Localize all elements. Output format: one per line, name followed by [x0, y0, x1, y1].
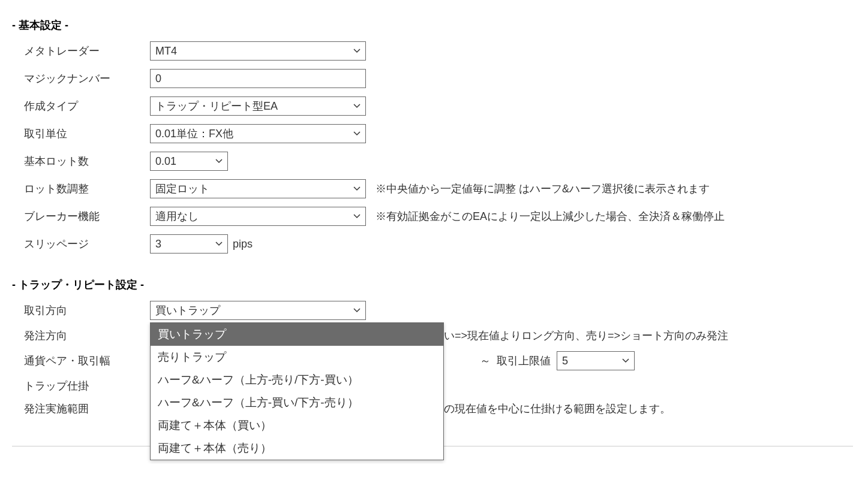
label-unit: 取引単位 [24, 126, 150, 141]
row-base-lot: 基本ロット数 0.01 [12, 152, 853, 171]
row-magic-number: マジックナンバー [12, 69, 853, 88]
magic-number-input[interactable] [150, 69, 366, 88]
label-breaker: ブレーカー機能 [24, 209, 150, 224]
unit-select[interactable]: 0.01単位：FX他 [150, 124, 366, 143]
trade-direction-option[interactable]: 両建て＋本体（売り） [151, 437, 443, 460]
note-breaker: ※有効証拠金がこのEAにより一定以上減少した場合、全決済＆稼働停止 [376, 209, 725, 224]
note-lot-adjust: ※中央値から一定値毎に調整 はハーフ&ハーフ選択後に表示されます [376, 182, 710, 196]
row-slippage: スリッページ 3 pips [12, 234, 853, 253]
label-metatrader: メタトレーダー [24, 44, 150, 58]
row-creation-type: 作成タイプ トラップ・リピート型EA [12, 96, 853, 116]
tilde: ～ [480, 354, 491, 368]
note-order-range-tail: の現在値を中心に仕掛ける範囲を設定します。 [444, 402, 671, 416]
note-order-direction-tail: い=>現在値よりロング方向、売り=>ショート方向のみ発注 [444, 328, 728, 343]
trade-direction-select[interactable]: 買いトラップ [150, 301, 366, 320]
row-metatrader: メタトレーダー MT4 [12, 41, 853, 61]
slippage-suffix: pips [233, 238, 253, 251]
label-magic-number: マジックナンバー [24, 71, 150, 86]
upper-value-select[interactable]: 5 [557, 351, 635, 370]
trade-direction-option[interactable]: 売りトラップ [151, 346, 443, 369]
section-header-trap: - トラップ・リピート設定 - [12, 277, 853, 292]
label-creation-type: 作成タイプ [24, 99, 150, 113]
creation-type-select[interactable]: トラップ・リピート型EA [150, 96, 366, 116]
label-order-direction: 発注方向 [24, 328, 150, 343]
label-lot-adjust: ロット数調整 [24, 182, 150, 196]
section-header-basic: - 基本設定 - [12, 18, 853, 32]
label-trade-direction: 取引方向 [24, 303, 150, 318]
metatrader-select[interactable]: MT4 [150, 41, 366, 61]
breaker-select[interactable]: 適用なし [150, 207, 366, 226]
trade-direction-option[interactable]: ハーフ&ハーフ（上方-売り/下方-買い） [151, 369, 443, 391]
base-lot-select[interactable]: 0.01 [150, 152, 228, 171]
row-lot-adjust: ロット数調整 固定ロット ※中央値から一定値毎に調整 はハーフ&ハーフ選択後に表… [12, 179, 853, 198]
row-trade-direction: 取引方向 買いトラップ 買いトラップ売りトラップハーフ&ハーフ（上方-売り/下方… [12, 301, 853, 320]
label-slippage: スリッページ [24, 237, 150, 251]
label-trap-set: トラップ仕掛 [24, 379, 150, 393]
lot-adjust-select[interactable]: 固定ロット [150, 179, 366, 198]
slippage-select[interactable]: 3 [150, 234, 228, 253]
trade-direction-option[interactable]: ハーフ&ハーフ（上方-買い/下方-売り） [151, 391, 443, 414]
row-unit: 取引単位 0.01単位：FX他 [12, 124, 853, 143]
upper-label: 取引上限値 [497, 354, 551, 368]
label-pair-range: 通貨ペア・取引幅 [24, 354, 150, 368]
trade-direction-option[interactable]: 両建て＋本体（買い） [151, 414, 443, 437]
trade-direction-option[interactable]: 買いトラップ [151, 323, 443, 346]
trade-direction-dropdown[interactable]: 買いトラップ売りトラップハーフ&ハーフ（上方-売り/下方-買い）ハーフ&ハーフ（… [150, 322, 444, 460]
label-base-lot: 基本ロット数 [24, 154, 150, 168]
label-order-range: 発注実施範囲 [24, 402, 150, 416]
row-breaker: ブレーカー機能 適用なし ※有効証拠金がこのEAにより一定以上減少した場合、全決… [12, 207, 853, 226]
